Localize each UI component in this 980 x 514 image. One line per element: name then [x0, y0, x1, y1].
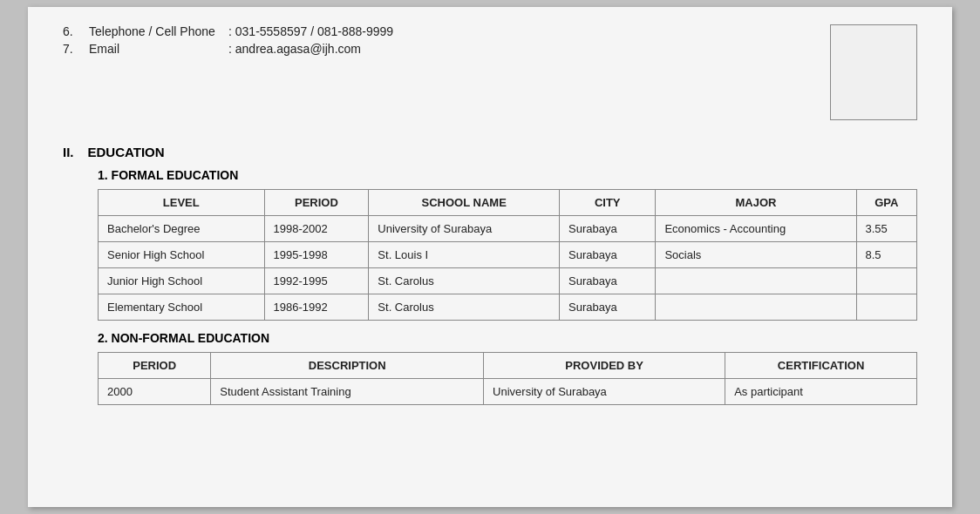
cell-level: Junior High School [99, 268, 265, 294]
nf-col-description: DESCRIPTION [211, 353, 484, 379]
nf-col-provided-by: PROVIDED BY [484, 353, 725, 379]
cell-period: 1986-1992 [264, 294, 369, 321]
cell-level: Bachelor's Degree [99, 216, 265, 242]
table-row: Junior High School 1992-1995 St. Carolus… [99, 268, 917, 294]
cell-gpa [856, 268, 917, 294]
section-roman: II. [63, 145, 74, 159]
cell-description: Student Assistant Training [211, 379, 484, 405]
phone-value: : 031-5558597 / 081-888-9999 [228, 24, 393, 38]
col-gpa: GPA [856, 190, 917, 216]
cell-major: Socials [656, 242, 856, 268]
nonformal-num: 2. [98, 331, 108, 345]
table-row: 2000 Student Assistant Training Universi… [99, 379, 917, 405]
col-city: CITY [559, 190, 655, 216]
photo-box [830, 24, 917, 120]
cell-provided-by: University of Surabaya [484, 379, 725, 405]
cell-city: Surabaya [559, 216, 655, 242]
cell-school: University of Surabaya [369, 216, 560, 242]
cell-major [656, 294, 856, 321]
nonformal-education-title: 2. NON-FORMAL EDUCATION [98, 331, 917, 345]
nonformal-education-section: 2. NON-FORMAL EDUCATION PERIOD DESCRIPTI… [98, 331, 917, 405]
cell-major: Economics - Accounting [656, 216, 856, 242]
formal-table-header-row: LEVEL PERIOD SCHOOL NAME CITY MAJOR GPA [99, 190, 917, 216]
nonformal-table-header-row: PERIOD DESCRIPTION PROVIDED BY CERTIFICA… [99, 353, 917, 379]
col-period: PERIOD [264, 190, 369, 216]
page: 6. Telephone / Cell Phone : 031-5558597 … [28, 7, 952, 507]
education-section-header: II. EDUCATION [63, 127, 917, 168]
email-row: 7. Email : andrea.agasa@ijh.com [63, 42, 813, 56]
cell-school: St. Carolus [369, 294, 560, 321]
col-school-name: SCHOOL NAME [369, 190, 560, 216]
table-row: Elementary School 1986-1992 St. Carolus … [99, 294, 917, 321]
cell-level: Senior High School [99, 242, 265, 268]
cell-city: Surabaya [559, 242, 655, 268]
formal-education-title: 1. FORMAL EDUCATION [98, 168, 917, 182]
section-title: EDUCATION [88, 145, 165, 159]
col-major: MAJOR [656, 190, 856, 216]
cell-period: 1998-2002 [264, 216, 369, 242]
email-num: 7. [63, 42, 89, 56]
cell-level: Elementary School [99, 294, 265, 321]
cell-city: Surabaya [559, 268, 655, 294]
cell-gpa: 8.5 [856, 242, 917, 268]
table-row: Senior High School 1995-1998 St. Louis I… [99, 242, 917, 268]
formal-education-section: 1. FORMAL EDUCATION LEVEL PERIOD SCHOOL … [98, 168, 917, 321]
formal-education-table: LEVEL PERIOD SCHOOL NAME CITY MAJOR GPA … [98, 189, 917, 321]
contact-info: 6. Telephone / Cell Phone : 031-5558597 … [63, 24, 813, 59]
nonformal-title: NON-FORMAL EDUCATION [112, 331, 269, 345]
nf-col-certification: CERTIFICATION [725, 353, 917, 379]
nf-col-period: PERIOD [99, 353, 211, 379]
cell-period: 2000 [99, 379, 211, 405]
cell-period: 1995-1998 [264, 242, 369, 268]
cell-school: St. Carolus [369, 268, 560, 294]
formal-num: 1. [98, 168, 108, 182]
cell-certification: As participant [725, 379, 917, 405]
nonformal-education-table: PERIOD DESCRIPTION PROVIDED BY CERTIFICA… [98, 352, 917, 405]
phone-row: 6. Telephone / Cell Phone : 031-5558597 … [63, 24, 813, 38]
header-section: 6. Telephone / Cell Phone : 031-5558597 … [63, 24, 917, 120]
cell-gpa [856, 294, 917, 321]
cell-school: St. Louis I [369, 242, 560, 268]
email-value: : andrea.agasa@ijh.com [228, 42, 361, 56]
phone-num: 6. [63, 24, 89, 38]
col-level: LEVEL [99, 190, 265, 216]
formal-title: FORMAL EDUCATION [112, 168, 239, 182]
phone-label: Telephone / Cell Phone [89, 24, 228, 38]
cell-gpa: 3.55 [856, 216, 917, 242]
cell-period: 1992-1995 [264, 268, 369, 294]
cell-city: Surabaya [559, 294, 655, 321]
cell-major [656, 268, 856, 294]
table-row: Bachelor's Degree 1998-2002 University o… [99, 216, 917, 242]
email-label: Email [89, 42, 228, 56]
